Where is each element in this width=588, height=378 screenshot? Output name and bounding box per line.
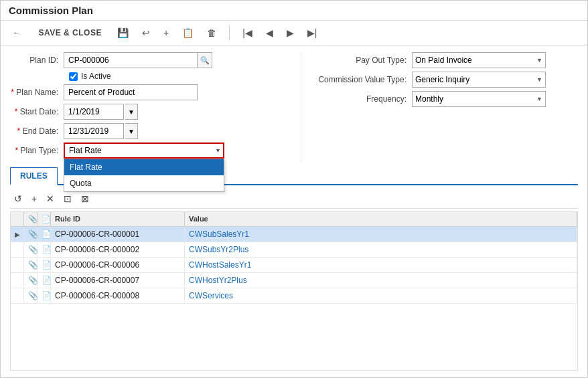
row-value-link[interactable]: CWHostSalesYr1 bbox=[189, 260, 251, 270]
row-expand[interactable]: ▶ bbox=[11, 227, 24, 242]
row-doc-icon: 📄 bbox=[38, 227, 51, 242]
data-grid: 📎 📄 Rule ID Value ▶ 📎 📄 CP-000006-CR-000… bbox=[10, 211, 578, 371]
main-window: Commission Plan ← SAVE & CLOSE 💾 ↩ + 📋 🗑… bbox=[0, 0, 588, 378]
row-value[interactable]: CWSubsYr2Plus bbox=[185, 242, 577, 257]
row-rule-id: CP-000006-CR-000001 bbox=[51, 227, 185, 242]
tab-rules[interactable]: RULES bbox=[10, 167, 58, 185]
row-rule-id: CP-000006-CR-000008 bbox=[51, 288, 185, 303]
row-rule-id: CP-000006-CR-000002 bbox=[51, 242, 185, 257]
left-column: Plan ID: 🔍 Is Active Plan Name: bbox=[10, 52, 287, 162]
add-icon[interactable]: + bbox=[160, 25, 172, 41]
col-header-attach: 📎 bbox=[24, 212, 38, 226]
plan-id-search-button[interactable]: 🔍 bbox=[198, 52, 212, 68]
row-attach-icon: 📎 bbox=[24, 242, 38, 257]
frequency-select-wrapper: Monthly bbox=[412, 91, 546, 107]
row-value[interactable]: CWServices bbox=[185, 288, 577, 303]
right-column: Pay Out Type: On Paid Invoice Commission… bbox=[301, 52, 578, 162]
plan-type-dropdown: Flat Rate Quota bbox=[64, 159, 224, 192]
col-header-doc: 📄 bbox=[38, 212, 51, 226]
start-date-picker[interactable]: ▼ bbox=[125, 104, 138, 120]
row-attach-icon: 📎 bbox=[24, 227, 38, 242]
commission-value-type-select[interactable]: Generic Inquiry bbox=[412, 72, 546, 88]
undo-icon[interactable]: ↩ bbox=[139, 25, 153, 41]
row-value-link[interactable]: CWHostYr2Plus bbox=[189, 276, 247, 285]
save-close-button[interactable]: SAVE & CLOSE bbox=[33, 25, 107, 40]
row-value[interactable]: CWSubSalesYr1 bbox=[185, 227, 577, 242]
row-expand bbox=[11, 258, 24, 272]
start-date-row: Start Date: ▼ bbox=[10, 104, 281, 120]
plan-type-select[interactable]: Flat Rate Quota bbox=[64, 143, 224, 159]
end-date-wrapper: ▼ bbox=[64, 123, 138, 139]
pay-out-type-row: Pay Out Type: On Paid Invoice bbox=[308, 52, 578, 68]
row-rule-id: CP-000006-CR-000006 bbox=[51, 258, 185, 272]
plan-name-input[interactable] bbox=[64, 84, 198, 100]
row-rule-id: CP-000006-CR-000007 bbox=[51, 273, 185, 288]
plan-type-row: Plan Type: Flat Rate Quota ▼ Flat Rate Q… bbox=[10, 143, 281, 159]
dropdown-item-quota[interactable]: Quota bbox=[64, 175, 224, 191]
pay-out-type-label: Pay Out Type: bbox=[308, 56, 412, 65]
back-button[interactable]: ← bbox=[7, 25, 27, 40]
start-date-wrapper: ▼ bbox=[64, 104, 138, 120]
main-content: Plan ID: 🔍 Is Active Plan Name: bbox=[1, 45, 587, 377]
next-page-icon[interactable]: ▶ bbox=[283, 25, 297, 41]
table-row[interactable]: ▶ 📎 📄 CP-000006-CR-000001 CWSubSalesYr1 bbox=[11, 227, 577, 242]
dropdown-item-flat-rate[interactable]: Flat Rate bbox=[64, 159, 224, 175]
col-header-expand bbox=[11, 212, 24, 226]
grid-refresh-button[interactable]: ↺ bbox=[11, 192, 25, 205]
start-date-label: Start Date: bbox=[10, 107, 64, 116]
delete-icon[interactable]: 🗑 bbox=[204, 25, 220, 41]
back-icon: ← bbox=[13, 28, 21, 37]
commission-value-type-row: Commission Value Type: Generic Inquiry bbox=[308, 72, 578, 88]
frequency-row: Frequency: Monthly bbox=[308, 91, 578, 107]
end-date-label: End Date: bbox=[10, 126, 64, 136]
table-row[interactable]: 📎 📄 CP-000006-CR-000002 CWSubsYr2Plus bbox=[11, 242, 577, 258]
pay-out-type-select[interactable]: On Paid Invoice bbox=[412, 52, 546, 68]
col-header-value: Value bbox=[185, 212, 577, 226]
save-icon[interactable]: 💾 bbox=[114, 25, 132, 41]
grid-fit-button[interactable]: ⊡ bbox=[61, 192, 74, 205]
plan-id-input[interactable] bbox=[64, 52, 198, 68]
row-expand bbox=[11, 273, 24, 288]
frequency-select[interactable]: Monthly bbox=[412, 91, 546, 107]
row-value-link[interactable]: CWSubsYr2Plus bbox=[189, 245, 248, 254]
end-date-picker[interactable]: ▼ bbox=[125, 123, 138, 139]
table-row[interactable]: 📎 📄 CP-000006-CR-000008 CWServices bbox=[11, 288, 577, 304]
row-value[interactable]: CWHostYr2Plus bbox=[185, 273, 577, 288]
prev-page-icon[interactable]: ◀ bbox=[263, 25, 277, 41]
is-active-checkbox[interactable] bbox=[69, 72, 78, 81]
frequency-label: Frequency: bbox=[308, 94, 412, 104]
row-expand bbox=[11, 288, 24, 303]
end-date-input[interactable] bbox=[64, 123, 124, 139]
save-close-label: SAVE & CLOSE bbox=[39, 28, 102, 37]
grid-delete-button[interactable]: ✕ bbox=[44, 192, 57, 205]
row-doc-icon: 📄 bbox=[38, 288, 51, 303]
plan-type-label: Plan Type: bbox=[10, 146, 64, 155]
table-row[interactable]: 📎 📄 CP-000006-CR-000006 CWHostSalesYr1 bbox=[11, 258, 577, 273]
row-value[interactable]: CWHostSalesYr1 bbox=[185, 258, 577, 272]
tab-rules-label: RULES bbox=[20, 171, 48, 181]
plan-id-row: Plan ID: 🔍 bbox=[10, 52, 281, 68]
first-page-icon[interactable]: |◀ bbox=[239, 25, 256, 41]
col-header-rule-id: Rule ID bbox=[51, 212, 185, 226]
row-attach-icon: 📎 bbox=[24, 258, 38, 272]
grid-toolbar: ↺ + ✕ ⊡ ⊠ bbox=[10, 189, 578, 209]
commission-value-type-select-wrapper: Generic Inquiry bbox=[412, 72, 546, 88]
grid-add-button[interactable]: + bbox=[29, 192, 40, 205]
grid-filter-button[interactable]: ⊠ bbox=[78, 192, 92, 205]
plan-id-label: Plan ID: bbox=[10, 56, 64, 65]
row-doc-icon: 📄 bbox=[38, 242, 51, 257]
copy-icon[interactable]: 📋 bbox=[179, 25, 197, 41]
last-page-icon[interactable]: ▶| bbox=[304, 25, 321, 41]
form-section: Plan ID: 🔍 Is Active Plan Name: bbox=[10, 52, 578, 162]
plan-name-label: Plan Name: bbox=[10, 88, 64, 97]
plan-type-select-wrapper: Flat Rate Quota ▼ Flat Rate Quota bbox=[64, 143, 224, 159]
row-doc-icon: 📄 bbox=[38, 258, 51, 272]
title-bar: Commission Plan bbox=[1, 1, 587, 21]
start-date-input[interactable] bbox=[64, 104, 124, 120]
row-doc-icon: 📄 bbox=[38, 273, 51, 288]
row-value-link[interactable]: CWServices bbox=[189, 291, 233, 300]
pay-out-type-select-wrapper: On Paid Invoice bbox=[412, 52, 546, 68]
commission-value-type-label: Commission Value Type: bbox=[308, 75, 412, 84]
table-row[interactable]: 📎 📄 CP-000006-CR-000007 CWHostYr2Plus bbox=[11, 273, 577, 288]
row-value-link[interactable]: CWSubSalesYr1 bbox=[189, 229, 249, 239]
